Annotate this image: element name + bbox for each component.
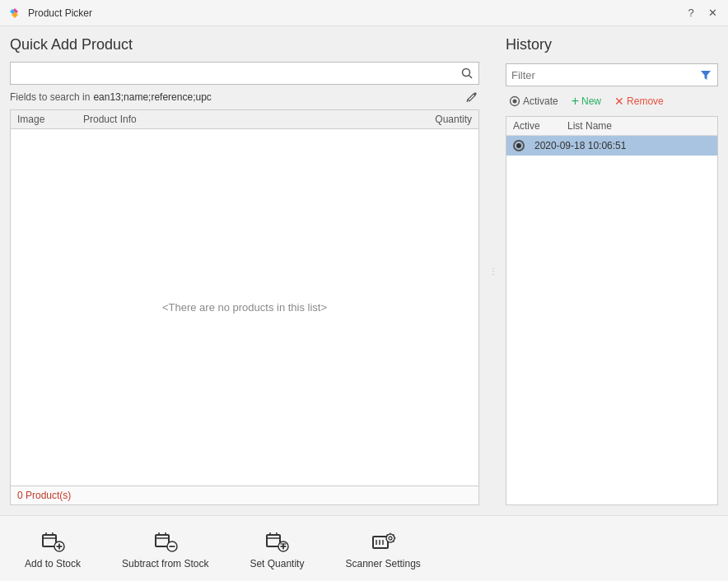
activate-button[interactable]: Activate xyxy=(506,94,562,109)
filter-icon xyxy=(694,63,717,86)
radio-dot xyxy=(516,143,521,148)
svg-point-0 xyxy=(463,69,470,77)
product-count: 0 Product(s) xyxy=(17,490,71,501)
history-list-header: Active List Name xyxy=(506,117,717,136)
window-controls: ? ✕ xyxy=(682,4,721,22)
svg-line-1 xyxy=(469,76,473,79)
set-quantity-icon xyxy=(264,528,290,555)
add-to-stock-button[interactable]: Add to Stock xyxy=(16,523,89,574)
bottom-toolbar: Add to Stock Subtract from Stock xyxy=(0,515,728,581)
radio-active-icon xyxy=(513,140,525,151)
col-name-header: List Name xyxy=(567,120,711,132)
left-panel: Quick Add Product Fields to search in ea… xyxy=(10,36,479,505)
new-icon: + xyxy=(572,95,579,108)
scanner-settings-label: Scanner Settings xyxy=(345,558,420,569)
history-item[interactable]: 2020-09-18 10:06:51 xyxy=(506,136,717,156)
svg-line-2 xyxy=(467,100,468,102)
right-panel: History Activate xyxy=(506,36,718,505)
search-button[interactable] xyxy=(455,62,478,85)
svg-marker-3 xyxy=(701,71,711,80)
add-to-stock-icon xyxy=(40,528,66,555)
search-input[interactable] xyxy=(11,63,455,84)
close-button[interactable]: ✕ xyxy=(703,4,721,22)
set-quantity-button[interactable]: Set Quantity xyxy=(241,523,312,574)
pencil-icon xyxy=(466,91,478,103)
remove-icon: ✕ xyxy=(614,95,624,107)
set-quantity-label: Set Quantity xyxy=(250,558,304,569)
scanner-settings-icon xyxy=(370,528,396,555)
edit-fields-button[interactable] xyxy=(464,90,479,105)
main-content: Quick Add Product Fields to search in ea… xyxy=(0,26,728,581)
col-image-header: Image xyxy=(17,114,83,125)
fields-row: Fields to search in ean13;name;reference… xyxy=(10,90,479,105)
table-body-empty: <There are no products in this list> xyxy=(11,129,478,486)
empty-message: <There are no products in this list> xyxy=(162,301,327,314)
fields-label: Fields to search in xyxy=(10,91,90,103)
history-title: History xyxy=(506,36,718,53)
search-icon xyxy=(461,67,473,79)
quick-add-title: Quick Add Product xyxy=(10,36,479,53)
window-title: Product Picker xyxy=(28,7,682,19)
filter-input[interactable] xyxy=(506,64,694,86)
subtract-from-stock-icon xyxy=(152,528,179,555)
subtract-from-stock-button[interactable]: Subtract from Stock xyxy=(114,523,217,574)
history-list: Active List Name 2020-09-18 10:06:51 xyxy=(506,116,718,505)
resize-handle[interactable]: ⋮ xyxy=(489,36,496,505)
product-table: Image Product Info Quantity <There are n… xyxy=(10,109,479,505)
remove-label: Remove xyxy=(627,95,664,107)
add-to-stock-label: Add to Stock xyxy=(25,558,81,569)
new-button[interactable]: + New xyxy=(568,93,604,109)
history-item-name: 2020-09-18 10:06:51 xyxy=(534,140,626,151)
col-info-header: Product Info xyxy=(83,114,406,125)
table-header: Image Product Info Quantity xyxy=(11,110,478,129)
activate-label: Activate xyxy=(523,95,558,107)
col-qty-header: Quantity xyxy=(406,114,472,125)
new-label: New xyxy=(581,95,601,107)
history-toolbar: Activate + New ✕ Remove xyxy=(506,93,718,109)
fields-value: ean13;name;reference;upc xyxy=(93,91,211,103)
table-footer: 0 Product(s) xyxy=(11,486,478,504)
col-active-header: Active xyxy=(513,120,554,132)
content-area: Quick Add Product Fields to search in ea… xyxy=(0,26,728,515)
scanner-settings-button[interactable]: Scanner Settings xyxy=(337,523,428,574)
activate-icon xyxy=(509,95,520,107)
subtract-from-stock-label: Subtract from Stock xyxy=(122,558,208,569)
app-icon xyxy=(7,5,23,21)
search-row xyxy=(10,62,479,85)
titlebar: Product Picker ? ✕ xyxy=(0,0,728,26)
filter-row xyxy=(506,63,718,86)
remove-button[interactable]: ✕ Remove xyxy=(611,94,667,109)
help-button[interactable]: ? xyxy=(682,4,700,22)
svg-point-5 xyxy=(513,100,517,104)
